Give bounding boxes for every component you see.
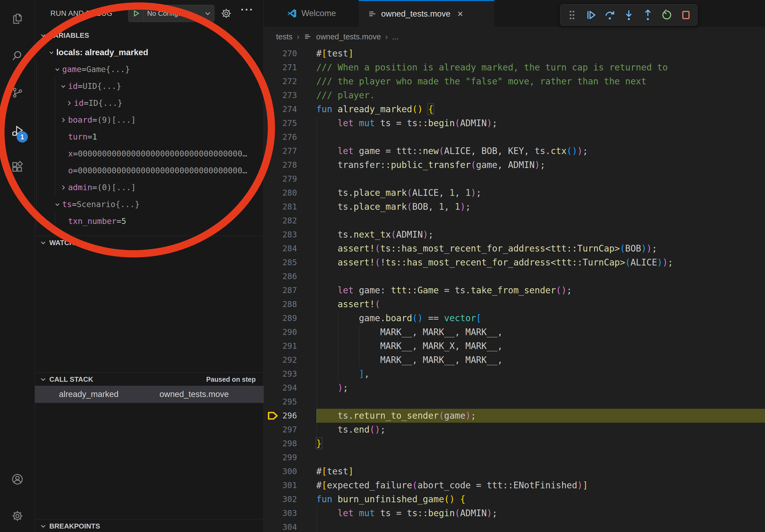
line-number[interactable]: 283: [264, 228, 297, 242]
extensions-icon[interactable]: [11, 161, 24, 173]
step-over-icon[interactable]: [602, 7, 618, 23]
code-line[interactable]: 282: [264, 214, 765, 228]
variable-row[interactable]: turn = 1: [35, 128, 264, 145]
step-into-icon[interactable]: [621, 7, 637, 23]
line-number[interactable]: 284: [264, 242, 297, 256]
line-number[interactable]: 302: [264, 492, 297, 506]
line-number[interactable]: 300: [264, 464, 297, 478]
account-icon[interactable]: [11, 473, 24, 486]
code-line[interactable]: 292 MARK__, MARK__, MARK__,: [264, 353, 765, 367]
restart-icon[interactable]: [659, 7, 675, 23]
line-number[interactable]: 290: [264, 325, 297, 339]
line-number[interactable]: 286: [264, 269, 297, 283]
step-out-icon[interactable]: [640, 7, 656, 23]
code-line[interactable]: 295: [264, 395, 765, 409]
line-number[interactable]: 281: [264, 200, 297, 214]
line-number[interactable]: 275: [264, 116, 297, 130]
chevron-down-icon[interactable]: [204, 10, 214, 17]
variables-section-header[interactable]: VARIABLES: [35, 29, 264, 42]
line-number[interactable]: 299: [264, 450, 297, 464]
line-number[interactable]: 280: [264, 186, 297, 200]
variable-row[interactable]: admin = (0)[...]: [35, 179, 264, 196]
tab-owned-tests-move[interactable]: owned_tests.move ×: [359, 0, 494, 27]
line-number[interactable]: 289: [264, 311, 297, 325]
variable-row[interactable]: board = (9)[...]: [35, 112, 264, 128]
current-execution-line[interactable]: 296 ts.return_to_sender(game);: [264, 409, 765, 423]
code-line[interactable]: 281 ts.place_mark(BOB, 1, 1);: [264, 200, 765, 214]
code-line[interactable]: 280 ts.place_mark(ALICE, 1, 1);: [264, 186, 765, 200]
line-number[interactable]: 282: [264, 214, 297, 228]
line-number[interactable]: 272: [264, 75, 297, 89]
code-line[interactable]: 273/// player.: [264, 89, 765, 102]
chevron-down-icon[interactable]: [47, 49, 56, 56]
tab-welcome[interactable]: Welcome: [264, 0, 359, 27]
more-actions-icon[interactable]: ···: [241, 4, 254, 16]
breadcrumb-file[interactable]: owned_tests.move: [316, 32, 381, 41]
line-number[interactable]: 277: [264, 144, 297, 158]
line-number[interactable]: 303: [264, 506, 297, 520]
variable-row[interactable]: txn_number = 5: [35, 213, 264, 230]
line-number[interactable]: 304: [264, 520, 297, 532]
code-line[interactable]: 279: [264, 172, 765, 186]
line-number[interactable]: 292: [264, 353, 297, 367]
line-number[interactable]: 288: [264, 297, 297, 311]
line-number[interactable]: 278: [264, 158, 297, 172]
continue-icon[interactable]: [583, 7, 598, 23]
line-number[interactable]: 291: [264, 339, 297, 353]
launch-configuration-control[interactable]: No Configur: [128, 5, 215, 22]
line-number[interactable]: 294: [264, 381, 297, 395]
close-icon[interactable]: ×: [457, 9, 463, 19]
code-line[interactable]: 276: [264, 130, 765, 144]
code-line[interactable]: 302fun burn_unfinished_game() {: [264, 492, 765, 506]
watch-section-header[interactable]: WATCH: [35, 236, 264, 249]
code-line[interactable]: 278 transfer::public_transfer(game, ADMI…: [264, 158, 765, 172]
line-number[interactable]: 274: [264, 102, 297, 116]
variable-row[interactable]: id = UID{...}: [35, 78, 264, 95]
code-line[interactable]: 270#[test]: [264, 47, 765, 61]
search-icon[interactable]: [11, 50, 24, 62]
chevron-right-icon[interactable]: [58, 184, 68, 191]
code-line[interactable]: 301#[expected_failure(abort_code = ttt::…: [264, 478, 765, 492]
line-number[interactable]: 285: [264, 256, 297, 269]
code-line[interactable]: 293 ],: [264, 367, 765, 381]
code-line[interactable]: 283 ts.next_tx(ADMIN);: [264, 228, 765, 242]
code-line[interactable]: 288 assert!(: [264, 297, 765, 311]
chevron-down-icon[interactable]: [53, 66, 62, 73]
code-line[interactable]: 294 );: [264, 381, 765, 395]
code-line[interactable]: 290 MARK__, MARK__, MARK__,: [264, 325, 765, 339]
source-control-icon[interactable]: [11, 86, 24, 99]
chevron-down-icon[interactable]: [58, 83, 68, 90]
stop-icon[interactable]: [678, 7, 694, 23]
code-line[interactable]: 289 game.board() == vector[: [264, 311, 765, 325]
line-number[interactable]: 293: [264, 367, 297, 381]
code-line[interactable]: 275 let mut ts = ts::begin(ADMIN);: [264, 116, 765, 130]
variable-row[interactable]: x = 0000000000000000000000000000000000…: [35, 145, 264, 162]
code-line[interactable]: 271/// When a position is already marked…: [264, 61, 765, 75]
code-line[interactable]: 298}: [264, 437, 765, 450]
line-number[interactable]: 273: [264, 89, 297, 102]
variable-row[interactable]: ts = Scenario{...}: [35, 196, 264, 213]
breadcrumb-folder[interactable]: tests: [276, 32, 293, 41]
code-line[interactable]: 286: [264, 269, 765, 283]
breadcrumb-symbol[interactable]: ...: [392, 32, 398, 41]
line-number[interactable]: 301: [264, 478, 297, 492]
variable-row[interactable]: game = Game{...}: [35, 61, 264, 78]
line-number[interactable]: 270: [264, 47, 297, 61]
line-number[interactable]: 298: [264, 437, 297, 450]
code-line[interactable]: 277 let game = ttt::new(ALICE, BOB, KEY,…: [264, 144, 765, 158]
code-line[interactable]: 274fun already_marked() {: [264, 102, 765, 116]
code-line[interactable]: 300#[test]: [264, 464, 765, 478]
call-stack-section-header[interactable]: CALL STACK Paused on step: [35, 373, 264, 386]
line-number[interactable]: 276: [264, 130, 297, 144]
line-number[interactable]: 297: [264, 423, 297, 437]
code-line[interactable]: 272/// the player who made the "false" m…: [264, 75, 765, 89]
line-number[interactable]: 295: [264, 395, 297, 409]
chevron-right-icon[interactable]: [58, 117, 68, 124]
code-line[interactable]: 287 let game: ttt::Game = ts.take_from_s…: [264, 283, 765, 297]
chevron-right-icon[interactable]: [64, 100, 74, 107]
line-number[interactable]: 279: [264, 172, 297, 186]
code-line[interactable]: 284 assert!(ts::has_most_recent_for_addr…: [264, 242, 765, 256]
line-number[interactable]: 271: [264, 61, 297, 75]
scope-row[interactable]: locals: already_marked: [35, 44, 264, 61]
call-stack-frame-row[interactable]: already_marked owned_tests.move: [35, 386, 264, 403]
